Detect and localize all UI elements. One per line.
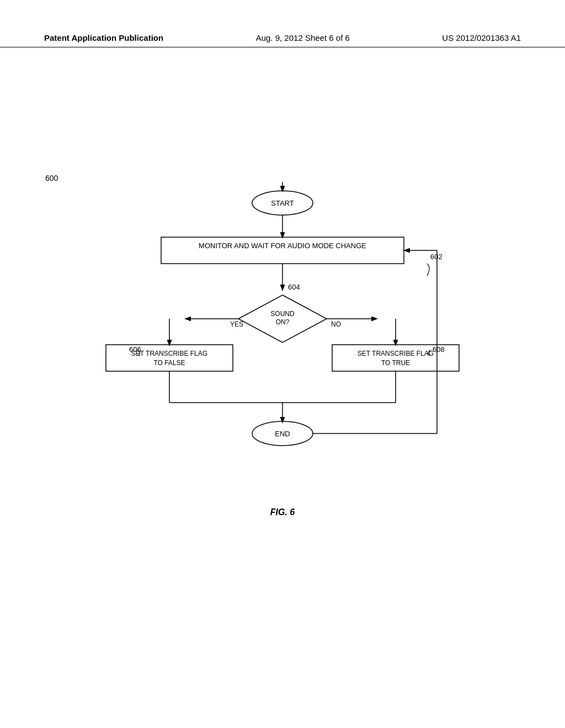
false-text-line2: TO FALSE (153, 359, 185, 367)
patent-number-label: US 2012/0201363 A1 (442, 33, 521, 42)
publication-label: Patent Application Publication (44, 33, 163, 42)
yes-label: YES (230, 320, 243, 328)
start-text: START (271, 199, 294, 207)
monitor-text-line1: MONITOR AND WAIT FOR AUDIO MODE CHANGE (199, 242, 366, 250)
svg-rect-7 (106, 345, 233, 371)
false-text-line1: SET TRANSCRIBE FLAG (131, 350, 207, 357)
label-608: 608 (433, 345, 445, 354)
diagram-container: START 602 MONITOR AND WAIT FOR AUDIO MOD… (0, 176, 565, 517)
page: Patent Application Publication Aug. 9, 2… (0, 0, 565, 728)
flowchart-svg: START 602 MONITOR AND WAIT FOR AUDIO MOD… (89, 176, 476, 496)
no-label: NO (331, 320, 341, 328)
label-604: 604 (288, 283, 300, 291)
header: Patent Application Publication Aug. 9, 2… (0, 33, 565, 47)
end-text: END (275, 430, 290, 438)
fig-caption: FIG. 6 (270, 507, 295, 517)
true-text-line1: SET TRANSCRIBE FLAG (358, 350, 434, 357)
true-text-line2: TO TRUE (381, 359, 410, 367)
label-602: 602 (430, 253, 443, 261)
date-sheet-label: Aug. 9, 2012 Sheet 6 of 6 (256, 33, 350, 42)
diamond-text-line2: ON? (276, 318, 290, 326)
diamond-text-line1: SOUND (270, 310, 295, 318)
